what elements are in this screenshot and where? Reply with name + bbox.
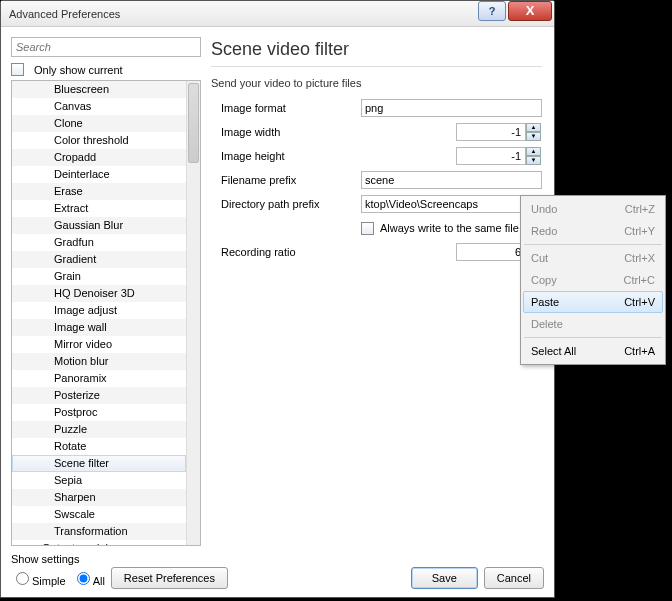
tree-item[interactable]: Deinterlace xyxy=(12,166,186,183)
always-write-checkbox[interactable]: Always write to the same file xyxy=(361,222,519,235)
window-title: Advanced Preferences xyxy=(9,8,120,20)
cancel-button[interactable]: Cancel xyxy=(484,567,544,589)
tree-item[interactable]: Cropadd xyxy=(12,149,186,166)
tree-item[interactable]: Swscale xyxy=(12,506,186,523)
page-subtitle: Send your video to picture files xyxy=(211,77,542,89)
tree-item[interactable]: Erase xyxy=(12,183,186,200)
checkbox-icon xyxy=(11,63,24,76)
recording-ratio-label: Recording ratio xyxy=(211,246,361,258)
tree-item[interactable]: Gradient xyxy=(12,251,186,268)
spin-down-icon[interactable]: ▼ xyxy=(526,156,541,165)
tree-item[interactable]: Sharpen xyxy=(12,489,186,506)
dir-prefix-input[interactable] xyxy=(361,195,542,213)
tree-item[interactable]: Scene filter xyxy=(12,455,186,472)
search-input[interactable] xyxy=(11,37,201,57)
tree-item[interactable]: Grain xyxy=(12,268,186,285)
only-show-current-checkbox[interactable]: Only show current xyxy=(11,63,201,76)
scrollbar-thumb[interactable] xyxy=(188,83,199,163)
dir-prefix-label: Directory path prefix xyxy=(211,198,361,210)
context-menu: UndoCtrl+Z RedoCtrl+Y CutCtrl+X CopyCtrl… xyxy=(520,195,666,365)
tree-item[interactable]: Image wall xyxy=(12,319,186,336)
tree-scrollbar[interactable] xyxy=(186,81,200,545)
all-radio[interactable]: All xyxy=(72,569,105,587)
menu-undo[interactable]: UndoCtrl+Z xyxy=(523,198,663,220)
filename-prefix-input[interactable] xyxy=(361,171,542,189)
page-title: Scene video filter xyxy=(211,39,542,60)
checkbox-icon xyxy=(361,222,374,235)
always-write-label: Always write to the same file xyxy=(380,222,519,234)
image-width-input[interactable] xyxy=(456,123,526,141)
tree-item[interactable]: Clone xyxy=(12,115,186,132)
tree-item[interactable]: HQ Denoiser 3D xyxy=(12,285,186,302)
help-button[interactable]: ? xyxy=(478,1,506,21)
tree-item[interactable]: Sepia xyxy=(12,472,186,489)
spin-up-icon[interactable]: ▲ xyxy=(526,123,541,132)
tree-item[interactable]: Rotate xyxy=(12,438,186,455)
menu-delete[interactable]: Delete xyxy=(523,313,663,335)
footer: Show settings Simple All Reset Preferenc… xyxy=(11,553,544,589)
tree-item[interactable]: Posterize xyxy=(12,387,186,404)
menu-redo[interactable]: RedoCtrl+Y xyxy=(523,220,663,242)
filename-prefix-label: Filename prefix xyxy=(211,174,361,186)
image-width-stepper[interactable]: ▲▼ xyxy=(456,123,542,141)
tree-item[interactable]: Bluescreen xyxy=(12,81,186,98)
show-settings-label: Show settings xyxy=(11,553,228,565)
image-format-input[interactable] xyxy=(361,99,542,117)
tree-item[interactable]: Puzzle xyxy=(12,421,186,438)
image-height-input[interactable] xyxy=(456,147,526,165)
left-panel: Only show current BluescreenCanvasCloneC… xyxy=(11,37,201,549)
save-button[interactable]: Save xyxy=(411,567,478,589)
tree-item[interactable]: Panoramix xyxy=(12,370,186,387)
main-panel: Scene video filter Send your video to pi… xyxy=(211,37,542,549)
menu-cut[interactable]: CutCtrl+X xyxy=(523,247,663,269)
spin-up-icon[interactable]: ▲ xyxy=(526,147,541,156)
close-button[interactable]: X xyxy=(508,1,552,21)
tree-item[interactable]: Color threshold xyxy=(12,132,186,149)
tree-item[interactable]: Gaussian Blur xyxy=(12,217,186,234)
tree-item[interactable]: Mirror video xyxy=(12,336,186,353)
menu-select-all[interactable]: Select AllCtrl+A xyxy=(523,340,663,362)
image-height-stepper[interactable]: ▲▼ xyxy=(456,147,542,165)
tree-item[interactable]: Postproc xyxy=(12,404,186,421)
tree-item[interactable]: Extract xyxy=(12,200,186,217)
tree-item[interactable]: Transformation xyxy=(12,523,186,540)
image-width-label: Image width xyxy=(211,126,361,138)
tree-item[interactable]: Canvas xyxy=(12,98,186,115)
tree-item[interactable]: Gradfun xyxy=(12,234,186,251)
simple-radio[interactable]: Simple xyxy=(11,569,66,587)
recording-ratio-input[interactable] xyxy=(456,243,526,261)
tree-item[interactable]: Motion blur xyxy=(12,353,186,370)
reset-preferences-button[interactable]: Reset Preferences xyxy=(111,567,228,589)
menu-copy[interactable]: CopyCtrl+C xyxy=(523,269,663,291)
only-show-current-label: Only show current xyxy=(34,64,123,76)
image-format-label: Image format xyxy=(211,102,361,114)
filter-tree[interactable]: BluescreenCanvasCloneColor thresholdCrop… xyxy=(11,80,201,546)
menu-paste[interactable]: PasteCtrl+V xyxy=(523,291,663,313)
tree-item[interactable]: Image adjust xyxy=(12,302,186,319)
titlebar: Advanced Preferences ? X xyxy=(1,1,554,27)
tree-item-expandable[interactable]: Output modules xyxy=(12,540,186,546)
image-height-label: Image height xyxy=(211,150,361,162)
spin-down-icon[interactable]: ▼ xyxy=(526,132,541,141)
preferences-window: Advanced Preferences ? X Only show curre… xyxy=(0,0,555,598)
